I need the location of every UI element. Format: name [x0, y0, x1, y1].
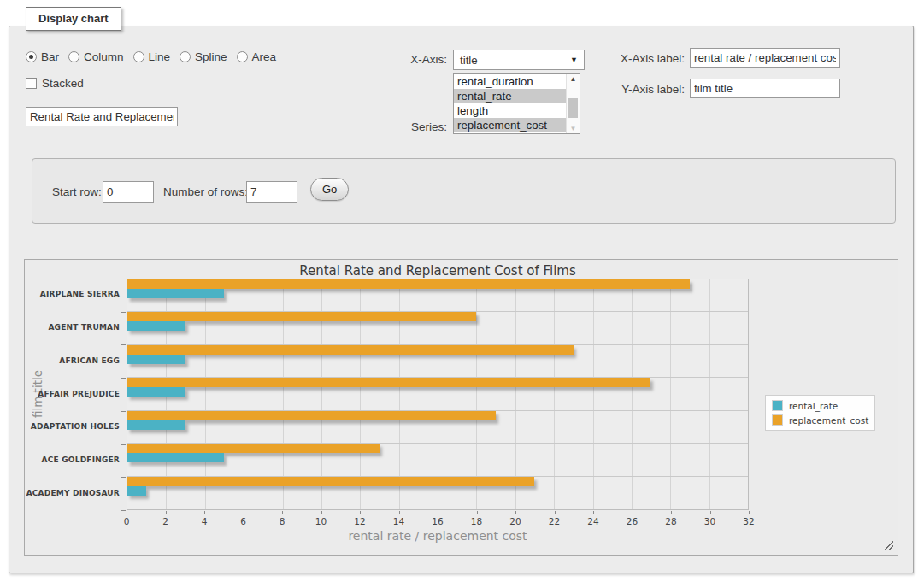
scroll-down-icon[interactable]: ▼ [567, 125, 580, 132]
y-tick-label: ACE GOLDFINGER [25, 456, 120, 464]
y-tick-mark [121, 477, 126, 478]
chart-type-area[interactable]: Area [237, 50, 277, 63]
chart-title: Rental Rate and Replacement Cost of Film… [127, 263, 749, 279]
radio-icon[interactable] [133, 51, 144, 62]
category-band [127, 477, 748, 509]
chart-type-option-label: Area [252, 50, 277, 63]
y-tick-mark [121, 378, 126, 379]
y-tick-mark [121, 279, 126, 279]
legend-swatch [772, 414, 783, 426]
x-tick-mark [633, 511, 633, 514]
chart-type-line[interactable]: Line [133, 50, 171, 63]
y-tick-mark [121, 344, 126, 345]
number-of-rows-label: Number of rows: [163, 185, 248, 198]
stacked-checkbox[interactable] [26, 78, 37, 89]
x-tick-label: 16 [421, 516, 455, 526]
chart-plot-area [127, 279, 749, 510]
chart-title-input[interactable] [26, 107, 178, 126]
x-tick-mark [321, 511, 322, 514]
x-tick-label: 30 [693, 516, 727, 526]
x-tick-mark [593, 511, 594, 514]
scrollbar-thumb[interactable] [568, 98, 578, 118]
legend-item-replacement_cost: replacement_cost [772, 414, 868, 426]
x-tick-mark [204, 511, 205, 514]
x-tick-label: 24 [576, 516, 610, 526]
chart-legend: rental_ratereplacement_cost [765, 395, 875, 431]
y-tick-label: AFFAIR PREJUDICE [25, 390, 120, 398]
row-range-panel: Start row: Number of rows: Go [32, 158, 896, 224]
y-tick-label: AIRPLANE SIERRA [25, 290, 120, 298]
bar-replacement_cost [127, 444, 380, 453]
x-tick-mark [282, 511, 283, 514]
x-tick-label: 10 [304, 516, 338, 526]
y-axis-label-caption: Y-Axis label: [608, 83, 685, 96]
bar-replacement_cost [127, 477, 534, 486]
x-axis-label-input[interactable] [690, 48, 840, 68]
bar-rental_rate [127, 289, 224, 298]
x-tick-mark [360, 511, 361, 514]
chart-type-radiogroup: BarColumnLineSplineArea [26, 48, 276, 65]
x-tick-label: 12 [343, 516, 377, 526]
bar-rental_rate [127, 420, 185, 430]
category-band [127, 279, 748, 312]
chart-x-axis-title: rental rate / replacement cost [127, 529, 749, 543]
y-axis-label-input[interactable] [690, 79, 840, 98]
y-tick-mark [121, 411, 126, 412]
x-axis-label-caption: X-Axis label: [608, 52, 685, 65]
legend-label: replacement_cost [789, 415, 868, 426]
category-band [127, 345, 748, 378]
scroll-up-icon[interactable]: ▲ [567, 75, 580, 83]
resize-grip-icon[interactable] [883, 540, 893, 550]
x-axis-select-label: X-Axis: [377, 53, 447, 66]
series-listbox[interactable]: ▲ ▼ rental_durationrental_ratelengthrepl… [453, 73, 580, 134]
chart-type-bar[interactable]: Bar [26, 50, 59, 63]
x-tick-mark [166, 511, 167, 514]
chart-type-column[interactable]: Column [68, 50, 124, 63]
y-tick-mark [121, 312, 126, 313]
y-tick-label: ADAPTATION HOLES [25, 422, 120, 431]
display-chart-legend: Display chart [26, 7, 121, 31]
chart-type-option-label: Spline [195, 50, 227, 63]
radio-icon[interactable] [26, 51, 37, 62]
series-option-length[interactable]: length [454, 103, 566, 118]
radio-icon[interactable] [68, 51, 79, 62]
x-tick-mark [671, 511, 672, 514]
bar-rental_rate [127, 387, 185, 397]
x-tick-mark [749, 511, 750, 514]
y-tick-label: ACADEMY DINOSAUR [25, 489, 120, 497]
category-band [127, 444, 748, 476]
legend-label: rental_rate [789, 401, 838, 411]
series-option-rental_rate[interactable]: rental_rate [454, 89, 566, 103]
series-option-replacement_cost[interactable]: replacement_cost [454, 118, 566, 132]
x-tick-mark [438, 511, 438, 514]
stacked-option[interactable]: Stacked [26, 75, 84, 91]
x-tick-label: 6 [227, 516, 261, 526]
x-tick-mark [555, 511, 556, 514]
x-tick-label: 32 [732, 516, 766, 526]
x-tick-mark [477, 511, 478, 514]
x-axis-selected-value: title [460, 54, 478, 67]
x-tick-label: 26 [615, 516, 650, 526]
y-tick-label: AFRICAN EGG [25, 356, 120, 365]
x-tick-label: 8 [265, 516, 299, 526]
listbox-scrollbar[interactable]: ▲ ▼ [566, 74, 580, 133]
radio-icon[interactable] [180, 51, 191, 62]
start-row-input[interactable] [103, 181, 154, 203]
bar-replacement_cost [127, 312, 476, 321]
bar-rental_rate [127, 453, 224, 462]
x-tick-mark [127, 511, 127, 514]
series-option-rental_duration[interactable]: rental_duration [454, 74, 566, 89]
x-tick-mark [515, 511, 516, 514]
chart-type-spline[interactable]: Spline [180, 50, 227, 63]
go-button[interactable]: Go [310, 178, 349, 201]
x-tick-label: 4 [187, 516, 221, 526]
bar-replacement_cost [127, 378, 650, 387]
category-band [127, 411, 748, 444]
chevron-down-icon: ▼ [570, 56, 578, 64]
x-tick-mark [244, 511, 244, 514]
x-axis-select[interactable]: title ▼ [453, 50, 585, 70]
radio-icon[interactable] [237, 51, 248, 62]
number-of-rows-input[interactable] [246, 181, 297, 203]
bar-replacement_cost [127, 279, 690, 289]
stacked-label: Stacked [42, 77, 84, 90]
